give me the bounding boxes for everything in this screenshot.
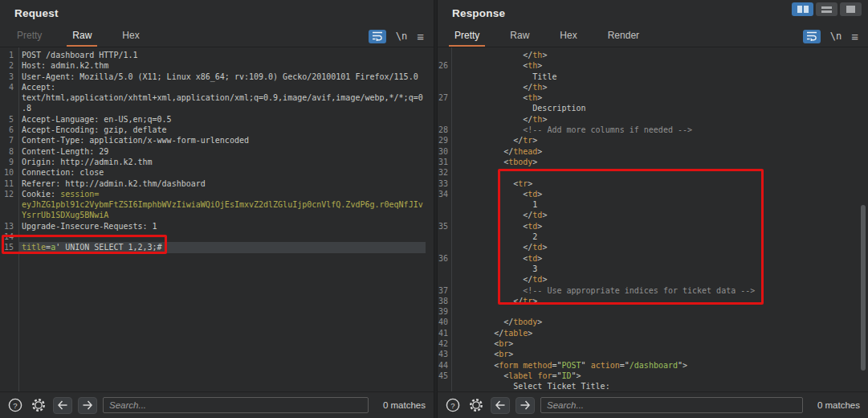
gear-icon[interactable]: [30, 396, 47, 414]
code-line: eyJhZG1pbl91c2VybmFtZSI6ImphbWVzIiwiaWQi…: [0, 199, 426, 210]
tab-raw[interactable]: Raw: [67, 26, 97, 47]
code-line: 9Origin: http://admin.k2.thm: [0, 157, 426, 167]
response-scrollbar-thumb[interactable]: [861, 205, 866, 371]
request-search-input[interactable]: [103, 397, 369, 413]
tab-pretty[interactable]: Pretty: [449, 26, 485, 47]
response-tabs: PrettyRawHexRender: [449, 26, 664, 47]
response-editor[interactable]: </th>26 <th> Title </th>27 <th> Descript…: [438, 47, 868, 391]
response-search-bar: ? 0 matches: [438, 391, 868, 418]
line-content: POST /dashboard HTTP/1.1: [18, 50, 426, 60]
line-number: 8: [0, 146, 18, 157]
code-line: 30 </thead>: [438, 146, 860, 157]
line-number: 9: [0, 157, 18, 167]
line-number: 45: [438, 371, 451, 381]
tab-hex[interactable]: Hex: [116, 26, 145, 47]
code-line: 37 <!-- Use appropriate indices for tick…: [438, 285, 860, 296]
code-line: 38 </tr>: [438, 296, 860, 306]
word-wrap-icon[interactable]: [369, 30, 386, 43]
line-number: 33: [438, 178, 451, 189]
tab-hex[interactable]: Hex: [554, 26, 582, 47]
help-icon[interactable]: ?: [6, 396, 24, 414]
line-number: 35: [438, 221, 451, 232]
request-tabbar: PrettyRawHex \n ≡: [0, 26, 434, 47]
layout-columns-button[interactable]: [792, 2, 813, 16]
line-content: [18, 232, 426, 242]
help-icon[interactable]: ?: [444, 396, 462, 414]
newline-icon[interactable]: \n: [396, 31, 407, 42]
tab-raw[interactable]: Raw: [504, 26, 535, 47]
line-content: Accept-Encoding: gzip, deflate: [18, 125, 426, 135]
line-content: Connection: close: [18, 167, 426, 178]
line-number: [438, 274, 451, 285]
line-content: </td>: [451, 210, 860, 220]
line-content: <th>: [451, 60, 860, 71]
tab-pretty[interactable]: Pretty: [11, 26, 47, 47]
newline-icon[interactable]: \n: [830, 31, 842, 42]
code-line: 15title=a' UNION SELECT 1,2,3;#: [0, 242, 426, 252]
line-content: Title: [451, 72, 860, 82]
gear-icon[interactable]: [467, 396, 485, 414]
next-match-button[interactable]: [516, 397, 535, 414]
response-title: Response: [452, 7, 505, 19]
code-line: 1POST /dashboard HTTP/1.1: [0, 50, 426, 60]
line-content: <!-- Use appropriate indices for ticket …: [451, 285, 860, 296]
line-number: 42: [438, 338, 451, 349]
code-line: 2Host: admin.k2.thm: [0, 60, 426, 71]
code-line: </td>: [438, 210, 860, 220]
layout-rows-button[interactable]: [816, 2, 837, 16]
line-number: 34: [438, 189, 451, 199]
prev-match-button[interactable]: [491, 397, 510, 414]
line-content: <tr>: [451, 178, 860, 189]
code-line: 33 <tr>: [438, 178, 860, 189]
line-number: 2: [0, 60, 18, 71]
layout-single-button[interactable]: [840, 2, 862, 16]
word-wrap-icon[interactable]: [803, 30, 821, 43]
line-number: [438, 381, 451, 391]
line-content: YsrrUb1SDXug5BNwiA: [18, 210, 426, 220]
code-line: Title: [438, 72, 860, 82]
prev-match-button[interactable]: [53, 397, 72, 414]
line-number: 5: [0, 114, 18, 125]
line-content: </tbody>: [451, 317, 860, 327]
line-number: 15: [0, 242, 18, 252]
line-number: 43: [438, 349, 451, 359]
code-line: 35 <td>: [438, 221, 860, 232]
line-content: 2: [451, 232, 860, 242]
line-number: 44: [438, 360, 451, 371]
request-pane: Request PrettyRawHex \n ≡ 1POST /dashboa…: [0, 0, 434, 418]
line-number: 3: [0, 72, 18, 82]
line-number: [438, 103, 451, 113]
code-line: 7Content-Type: application/x-www-form-ur…: [0, 135, 426, 145]
code-line: 41 </table>: [438, 328, 860, 338]
line-content: Host: admin.k2.thm: [18, 60, 426, 71]
line-content: </td>: [451, 274, 860, 285]
line-number: [0, 92, 18, 103]
tab-render[interactable]: Render: [602, 26, 645, 47]
line-number: [438, 72, 451, 82]
menu-icon[interactable]: ≡: [417, 31, 424, 43]
line-number: 14: [0, 232, 18, 242]
line-number: [438, 82, 451, 92]
line-number: [0, 199, 18, 210]
line-number: 26: [438, 60, 451, 71]
line-content: <form method="POST" action="/dashboard">: [451, 360, 860, 371]
line-content: text/html,application/xhtml+xml,applicat…: [18, 92, 426, 103]
line-content: <label for="ID">: [451, 371, 860, 381]
menu-icon[interactable]: ≡: [851, 31, 858, 43]
svg-text:?: ?: [450, 401, 454, 410]
line-number: [438, 199, 451, 210]
http-message-viewer: Request PrettyRawHex \n ≡ 1POST /dashboa…: [0, 0, 868, 418]
next-match-button[interactable]: [78, 397, 97, 414]
code-line: 28 <!-- Add more columns if needed -->: [438, 125, 860, 135]
line-content: </table>: [451, 328, 860, 338]
response-search-input[interactable]: [540, 397, 803, 413]
line-number: 41: [438, 328, 451, 338]
line-content: Accept:: [18, 82, 426, 92]
code-line: </th>: [438, 82, 860, 92]
line-content: <br>: [451, 338, 860, 349]
code-line: text/html,application/xhtml+xml,applicat…: [0, 92, 426, 103]
line-number: 32: [438, 167, 451, 178]
line-number: [438, 210, 451, 220]
code-line: </td>: [438, 274, 860, 285]
request-editor[interactable]: 1POST /dashboard HTTP/1.12Host: admin.k2…: [0, 47, 434, 391]
